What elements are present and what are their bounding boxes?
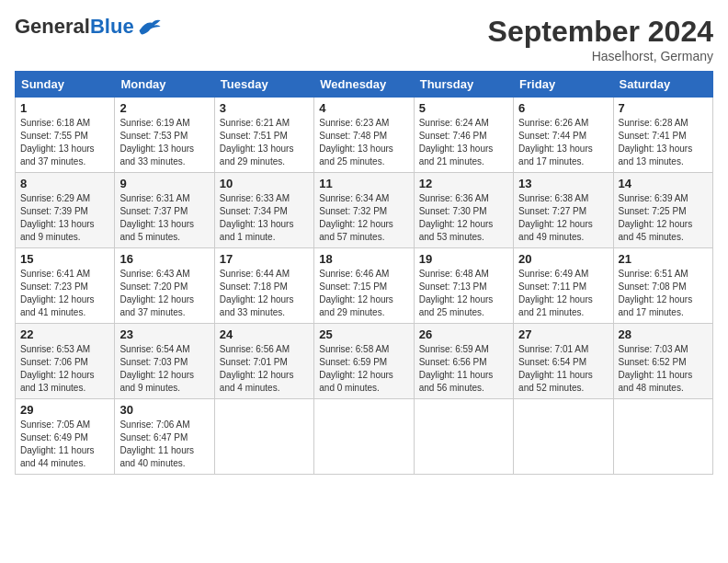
calendar-cell: 11 Sunrise: 6:34 AMSunset: 7:32 PMDaylig… [314,173,414,248]
day-info: Sunrise: 6:36 AMSunset: 7:30 PMDaylight:… [419,192,508,244]
page-header: GeneralBlue September 2024 Haselhorst, G… [15,15,713,63]
calendar-cell: 4 Sunrise: 6:23 AMSunset: 7:48 PMDayligh… [314,98,414,173]
day-number: 13 [518,177,608,190]
day-info: Sunrise: 6:53 AMSunset: 7:06 PMDaylight:… [20,343,109,395]
calendar-cell: 22 Sunrise: 6:53 AMSunset: 7:06 PMDaylig… [16,324,115,399]
calendar-cell: 28 Sunrise: 7:03 AMSunset: 6:52 PMDaylig… [613,324,712,399]
day-info: Sunrise: 6:34 AMSunset: 7:32 PMDaylight:… [319,192,408,244]
month-title: September 2024 [488,15,713,49]
day-number: 25 [319,327,408,341]
weekday-header-monday: Monday [115,72,214,98]
day-number: 7 [619,101,708,115]
day-number: 11 [319,177,408,190]
calendar-cell: 21 Sunrise: 6:51 AMSunset: 7:08 PMDaylig… [613,248,712,324]
calendar-cell: 26 Sunrise: 6:59 AMSunset: 6:56 PMDaylig… [414,324,513,399]
weekday-header-row: SundayMondayTuesdayWednesdayThursdayFrid… [16,72,713,98]
calendar-week-2: 8 Sunrise: 6:29 AMSunset: 7:39 PMDayligh… [16,173,713,248]
day-info: Sunrise: 6:49 AMSunset: 7:11 PMDaylight:… [518,268,608,319]
weekday-header-wednesday: Wednesday [314,72,414,98]
calendar-week-5: 29 Sunrise: 7:05 AMSunset: 6:49 PMDaylig… [16,399,713,475]
calendar-cell: 24 Sunrise: 6:56 AMSunset: 7:01 PMDaylig… [214,324,313,399]
day-number: 26 [419,327,508,341]
title-block: September 2024 Haselhorst, Germany [488,15,713,63]
weekday-header-friday: Friday [514,72,613,98]
calendar-cell: 27 Sunrise: 7:01 AMSunset: 6:54 PMDaylig… [514,324,613,399]
logo-general: GeneralBlue [15,15,134,39]
day-number: 28 [619,327,708,341]
day-info: Sunrise: 6:19 AMSunset: 7:53 PMDaylight:… [119,117,209,168]
calendar-cell: 25 Sunrise: 6:58 AMSunset: 6:59 PMDaylig… [314,324,414,399]
day-number: 6 [518,101,608,115]
day-number: 4 [319,101,408,115]
calendar-cell: 7 Sunrise: 6:28 AMSunset: 7:41 PMDayligh… [613,98,712,173]
day-info: Sunrise: 6:38 AMSunset: 7:27 PMDaylight:… [518,192,608,244]
day-info: Sunrise: 6:46 AMSunset: 7:15 PMDaylight:… [319,268,408,319]
day-info: Sunrise: 6:39 AMSunset: 7:25 PMDaylight:… [619,192,708,244]
day-info: Sunrise: 6:44 AMSunset: 7:18 PMDaylight:… [220,268,309,319]
calendar-cell: 5 Sunrise: 6:24 AMSunset: 7:46 PMDayligh… [414,98,513,173]
day-number: 17 [220,252,309,266]
day-number: 21 [619,252,708,266]
calendar-cell [414,399,513,475]
day-info: Sunrise: 6:54 AMSunset: 7:03 PMDaylight:… [119,343,209,395]
calendar-cell: 15 Sunrise: 6:41 AMSunset: 7:23 PMDaylig… [16,248,115,324]
day-number: 16 [119,252,209,266]
day-info: Sunrise: 7:01 AMSunset: 6:54 PMDaylight:… [518,343,608,395]
day-number: 8 [20,177,109,190]
calendar-cell: 3 Sunrise: 6:21 AMSunset: 7:51 PMDayligh… [214,98,313,173]
day-number: 29 [20,403,109,417]
day-number: 2 [119,101,209,115]
day-number: 18 [319,252,408,266]
day-number: 15 [20,252,109,266]
calendar-cell [214,399,313,475]
calendar-cell: 1 Sunrise: 6:18 AMSunset: 7:55 PMDayligh… [16,98,115,173]
calendar-week-3: 15 Sunrise: 6:41 AMSunset: 7:23 PMDaylig… [16,248,713,324]
day-number: 10 [220,177,309,190]
calendar-cell: 2 Sunrise: 6:19 AMSunset: 7:53 PMDayligh… [115,98,214,173]
day-number: 3 [220,101,309,115]
day-info: Sunrise: 6:31 AMSunset: 7:37 PMDaylight:… [119,192,209,244]
calendar-cell: 23 Sunrise: 6:54 AMSunset: 7:03 PMDaylig… [115,324,214,399]
day-number: 1 [20,101,109,115]
day-info: Sunrise: 6:24 AMSunset: 7:46 PMDaylight:… [419,117,508,168]
day-number: 19 [419,252,508,266]
calendar-cell: 13 Sunrise: 6:38 AMSunset: 7:27 PMDaylig… [514,173,613,248]
calendar-cell: 9 Sunrise: 6:31 AMSunset: 7:37 PMDayligh… [115,173,214,248]
calendar-cell: 20 Sunrise: 6:49 AMSunset: 7:11 PMDaylig… [514,248,613,324]
day-info: Sunrise: 6:28 AMSunset: 7:41 PMDaylight:… [619,117,708,168]
calendar-cell: 18 Sunrise: 6:46 AMSunset: 7:15 PMDaylig… [314,248,414,324]
day-info: Sunrise: 6:21 AMSunset: 7:51 PMDaylight:… [220,117,309,168]
calendar-cell: 8 Sunrise: 6:29 AMSunset: 7:39 PMDayligh… [16,173,115,248]
day-number: 22 [20,327,109,341]
weekday-header-sunday: Sunday [16,72,115,98]
day-number: 30 [119,403,209,417]
calendar-week-4: 22 Sunrise: 6:53 AMSunset: 7:06 PMDaylig… [16,324,713,399]
day-info: Sunrise: 6:26 AMSunset: 7:44 PMDaylight:… [518,117,608,168]
calendar-week-1: 1 Sunrise: 6:18 AMSunset: 7:55 PMDayligh… [16,98,713,173]
day-info: Sunrise: 6:41 AMSunset: 7:23 PMDaylight:… [20,268,109,319]
weekday-header-tuesday: Tuesday [214,72,313,98]
day-number: 24 [220,327,309,341]
calendar-table: SundayMondayTuesdayWednesdayThursdayFrid… [15,71,713,475]
calendar-cell: 17 Sunrise: 6:44 AMSunset: 7:18 PMDaylig… [214,248,313,324]
weekday-header-saturday: Saturday [613,72,712,98]
calendar-cell [613,399,712,475]
day-info: Sunrise: 6:56 AMSunset: 7:01 PMDaylight:… [220,343,309,395]
calendar-cell: 10 Sunrise: 6:33 AMSunset: 7:34 PMDaylig… [214,173,313,248]
day-info: Sunrise: 6:51 AMSunset: 7:08 PMDaylight:… [619,268,708,319]
day-info: Sunrise: 6:18 AMSunset: 7:55 PMDaylight:… [20,117,109,168]
logo-bird-icon [136,17,162,36]
day-info: Sunrise: 6:59 AMSunset: 6:56 PMDaylight:… [419,343,508,395]
day-info: Sunrise: 6:58 AMSunset: 6:59 PMDaylight:… [319,343,408,395]
calendar-cell: 14 Sunrise: 6:39 AMSunset: 7:25 PMDaylig… [613,173,712,248]
day-info: Sunrise: 6:23 AMSunset: 7:48 PMDaylight:… [319,117,408,168]
day-number: 27 [518,327,608,341]
calendar-cell: 30 Sunrise: 7:06 AMSunset: 6:47 PMDaylig… [115,399,214,475]
day-number: 5 [419,101,508,115]
calendar-cell: 6 Sunrise: 6:26 AMSunset: 7:44 PMDayligh… [514,98,613,173]
calendar-cell [514,399,613,475]
location-subtitle: Haselhorst, Germany [488,49,713,63]
calendar-cell [314,399,414,475]
day-info: Sunrise: 7:06 AMSunset: 6:47 PMDaylight:… [119,419,209,470]
day-info: Sunrise: 7:03 AMSunset: 6:52 PMDaylight:… [619,343,708,395]
